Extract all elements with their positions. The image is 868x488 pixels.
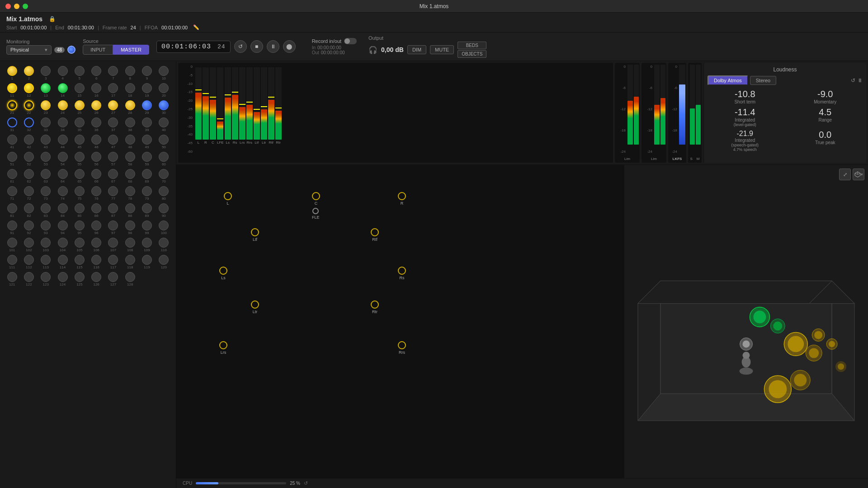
speaker-Ltf[interactable]: Ltf	[251, 228, 259, 242]
cpu-refresh-icon[interactable]: ↺	[304, 480, 308, 486]
window-controls[interactable]	[5, 4, 28, 9]
object-cell-57[interactable]: 57	[105, 150, 122, 168]
object-cell-65[interactable]: 65	[71, 168, 88, 185]
object-cell-69[interactable]: 69	[138, 168, 155, 185]
object-cell-19[interactable]: 19	[138, 82, 155, 99]
object-cell-49[interactable]: 49	[138, 133, 155, 150]
object-cell-76[interactable]: 76	[88, 185, 104, 202]
object-cell-34[interactable]: 34	[54, 116, 71, 133]
minimize-button[interactable]	[14, 4, 19, 9]
object-cell-26[interactable]: 26	[88, 99, 104, 116]
beds-button[interactable]: BEDS	[458, 42, 486, 49]
object-cell-106[interactable]: 106	[88, 236, 104, 253]
object-cell-66[interactable]: 66	[88, 168, 104, 185]
object-cell-20[interactable]: 20	[156, 82, 172, 99]
object-cell-116[interactable]: 116	[88, 253, 104, 271]
object-cell-59[interactable]: 59	[138, 150, 155, 168]
object-cell-24[interactable]: 24	[54, 99, 71, 116]
object-cell-18[interactable]: 18	[122, 82, 138, 99]
object-cell-62[interactable]: 62	[20, 168, 37, 185]
object-cell-42[interactable]: 42	[20, 133, 37, 150]
object-cell-73[interactable]: 73	[38, 185, 54, 202]
object-cell-12[interactable]: 12	[20, 82, 37, 99]
edit-icon[interactable]: ✏️	[193, 24, 199, 30]
object-cell-7[interactable]: 7	[105, 65, 122, 82]
object-cell-95[interactable]: 95	[71, 219, 88, 236]
object-cell-122[interactable]: 122	[20, 271, 37, 288]
object-cell-105[interactable]: 105	[71, 236, 88, 253]
mute-button[interactable]: MUTE	[430, 45, 454, 54]
object-cell-37[interactable]: 37	[105, 116, 122, 133]
speaker-C[interactable]: C	[312, 192, 320, 206]
object-cell-33[interactable]: 33	[38, 116, 54, 133]
object-cell-87[interactable]: 87	[105, 202, 122, 219]
object-cell-6[interactable]: 6	[88, 65, 104, 82]
pause-button[interactable]: ⏸	[267, 40, 279, 53]
object-cell-91[interactable]: 91	[4, 219, 20, 236]
object-cell-75[interactable]: 75	[71, 185, 88, 202]
object-cell-58[interactable]: 58	[122, 150, 138, 168]
object-cell-27[interactable]: 27	[105, 99, 122, 116]
object-cell-23[interactable]: 23	[38, 99, 54, 116]
stereo-tab[interactable]: Stereo	[750, 76, 776, 85]
object-cell-97[interactable]: 97	[105, 219, 122, 236]
object-cell-113[interactable]: 113	[38, 253, 54, 271]
object-cell-74[interactable]: 74	[54, 185, 71, 202]
speaker-Rs[interactable]: Rs	[398, 267, 406, 280]
object-cell-29[interactable]: 29	[138, 99, 155, 116]
object-cell-2[interactable]: 2	[20, 65, 37, 82]
object-cell-81[interactable]: 81	[4, 202, 20, 219]
object-cell-89[interactable]: 89	[138, 202, 155, 219]
object-cell-94[interactable]: 94	[54, 219, 71, 236]
object-cell-84[interactable]: 84	[54, 202, 71, 219]
object-cell-117[interactable]: 117	[105, 253, 122, 271]
object-cell-72[interactable]: 72	[20, 185, 37, 202]
object-cell-25[interactable]: 25	[71, 99, 88, 116]
speaker-R[interactable]: R	[398, 192, 406, 206]
object-cell-48[interactable]: 48	[122, 133, 138, 150]
object-cell-9[interactable]: 9	[138, 65, 155, 82]
object-cell-60[interactable]: 60	[156, 150, 172, 168]
master-button[interactable]: MASTER	[113, 45, 149, 55]
object-cell-46[interactable]: 46	[88, 133, 104, 150]
object-cell-40[interactable]: 40	[156, 116, 172, 133]
object-cell-83[interactable]: 83	[38, 202, 54, 219]
object-cell-4[interactable]: 4	[54, 65, 71, 82]
object-cell-68[interactable]: 68	[122, 168, 138, 185]
object-cell-64[interactable]: 64	[54, 168, 71, 185]
object-cell-71[interactable]: 71	[4, 185, 20, 202]
object-cell-112[interactable]: 112	[20, 253, 37, 271]
object-cell-86[interactable]: 86	[88, 202, 104, 219]
object-cell-101[interactable]: 101	[4, 236, 20, 253]
object-cell-44[interactable]: 44	[54, 133, 71, 150]
object-cell-47[interactable]: 47	[105, 133, 122, 150]
object-cell-56[interactable]: 56	[88, 150, 104, 168]
object-cell-11[interactable]: 11	[4, 82, 20, 99]
object-cell-41[interactable]: 41	[4, 133, 20, 150]
object-cell-15[interactable]: 15	[71, 82, 88, 99]
object-cell-123[interactable]: 123	[38, 271, 54, 288]
object-cell-3[interactable]: 3	[38, 65, 54, 82]
object-cell-61[interactable]: 61	[4, 168, 20, 185]
object-cell-8[interactable]: 8	[122, 65, 138, 82]
object-cell-38[interactable]: 38	[122, 116, 138, 133]
object-cell-63[interactable]: 63	[38, 168, 54, 185]
object-cell-31[interactable]: 31	[4, 116, 20, 133]
object-cell-32[interactable]: 32	[20, 116, 37, 133]
object-cell-90[interactable]: 90	[156, 202, 172, 219]
object-cell-54[interactable]: 54	[54, 150, 71, 168]
object-cell-28[interactable]: 28	[122, 99, 138, 116]
record-toggle-switch[interactable]	[344, 38, 357, 44]
refresh-icon[interactable]: ↺	[851, 77, 855, 84]
object-cell-55[interactable]: 55	[71, 150, 88, 168]
stop-button[interactable]: ■	[250, 40, 263, 53]
object-cell-119[interactable]: 119	[138, 253, 155, 271]
speaker-Lrs[interactable]: Lrs	[219, 341, 227, 355]
object-cell-111[interactable]: 111	[4, 253, 20, 271]
object-cell-110[interactable]: 110	[156, 236, 172, 253]
object-cell-93[interactable]: 93	[38, 219, 54, 236]
object-cell-13[interactable]: 13	[38, 82, 54, 99]
object-cell-52[interactable]: 52	[20, 150, 37, 168]
object-cell-103[interactable]: 103	[38, 236, 54, 253]
speaker-Rtf[interactable]: Rtf	[371, 228, 379, 242]
